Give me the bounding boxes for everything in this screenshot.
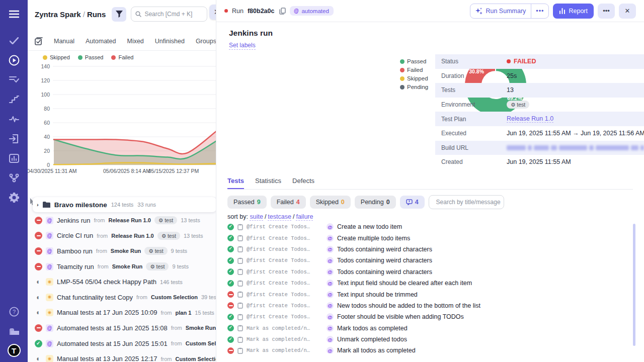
sort-link-testcase[interactable]: testcase — [268, 213, 291, 221]
projects-icon[interactable] — [7, 324, 21, 338]
tab-mixed[interactable]: Mixed — [127, 38, 143, 45]
menu-icon[interactable] — [7, 7, 21, 21]
run-detail-table: StatusFAILEDDuration25sTests13Environmen… — [435, 54, 644, 169]
detail-value: Jun 19, 2025 11:55 AM → Jun 19, 2025 11:… — [507, 130, 644, 137]
detail-value: Release Run 1.0 — [507, 115, 553, 123]
test-row[interactable]: @first Create Todos…@Text input field sh… — [227, 278, 635, 289]
run-row[interactable]: ◐✳LMP-554 05/04 check Happy Path146 test… — [33, 274, 216, 290]
milestone-row[interactable]: › Bravo milestone 124 tests 33 runs — [33, 197, 216, 212]
list-check-icon[interactable] — [7, 73, 21, 87]
env-badge[interactable]: ⚙ test — [507, 101, 529, 109]
pill-passed[interactable]: Passed9 — [227, 196, 267, 209]
env-badge[interactable]: ⚙ test — [157, 232, 180, 240]
runs-rows: @Jenkins runfromRelease Run 1.0⚙ test13 … — [33, 213, 216, 362]
run-row[interactable]: ◐✳Manual tests at 13 Jun 2025 12:17fromC… — [33, 351, 216, 362]
tab-unfinished[interactable]: Unfinished — [155, 38, 185, 45]
run-row[interactable]: @Automated tests at 15 Jun 2025 15:08fro… — [33, 320, 216, 336]
env-badge[interactable]: ⚙ test — [146, 262, 169, 270]
run-row[interactable]: @Teamcity runfromSmoke Run⚙ test9 tests — [33, 259, 216, 275]
automated-icon: @ — [327, 347, 334, 354]
sort-link-suite[interactable]: suite — [250, 213, 263, 221]
tab-defects[interactable]: Defects — [292, 177, 314, 189]
panel-close-button[interactable]: ✕ — [209, 5, 216, 20]
runs-history-chart: 02040608010012014004/30/2025 11:31 AM05/… — [28, 62, 216, 177]
pill-count: 9 — [257, 199, 261, 206]
project-name[interactable]: Zyntra Spark — [35, 10, 81, 19]
test-row[interactable]: @first Create Todos…@New todos should be… — [227, 300, 635, 311]
search-input[interactable]: Search [Cmd + K] — [131, 7, 207, 22]
steps-icon[interactable] — [7, 93, 21, 107]
pulse-icon[interactable] — [7, 112, 21, 126]
automated-icon: @ — [327, 235, 334, 242]
svg-text:05/15/2025 12:37 PM: 05/15/2025 12:37 PM — [148, 168, 199, 174]
svg-text:60: 60 — [44, 120, 50, 126]
play-circle-icon[interactable] — [7, 53, 21, 67]
run-row[interactable]: ◐✳Chat functinality test CopyfromCustom … — [33, 290, 216, 305]
sort-separator: / — [263, 213, 268, 220]
test-row[interactable]: Mark as completed/n…@Mark todos as compl… — [227, 323, 635, 334]
test-row[interactable]: Mark as completed/n…@Unmark completed to… — [227, 334, 635, 345]
pill-comments[interactable]: 4 — [400, 196, 425, 209]
test-row[interactable]: @first Create Todos…@Create multiple tod… — [227, 232, 635, 243]
logo-t-icon[interactable]: T — [8, 344, 21, 357]
pill-failed[interactable]: Failed4 — [271, 196, 306, 209]
run-summary-button[interactable]: Run Summary ••• — [470, 4, 549, 19]
tab-automated[interactable]: Automated — [86, 38, 116, 45]
test-row[interactable]: @first Create Todos…@Create a new todo i… — [227, 221, 635, 232]
test-row[interactable]: @first Create Todos…@Footer should be vi… — [227, 311, 635, 322]
report-button[interactable]: Report — [553, 4, 594, 19]
test-row[interactable]: @first Create Todos…@Todos containing we… — [227, 255, 635, 266]
set-labels-link[interactable]: Set labels — [229, 42, 256, 50]
clipboard-icon — [237, 246, 243, 252]
tab-groups[interactable]: Groups — [196, 38, 216, 45]
test-row[interactable]: Mark as completed/n…@Mark all todos as c… — [227, 345, 635, 356]
legend-label: Failed — [118, 54, 133, 60]
help-icon[interactable]: ? — [7, 305, 21, 319]
run-row[interactable]: @Jenkins runfromRelease Run 1.0⚙ test13 … — [33, 213, 216, 228]
more-options-button[interactable]: ••• — [598, 4, 615, 19]
pill-skipped[interactable]: Skipped0 — [310, 196, 351, 209]
tab-tests[interactable]: Tests — [227, 177, 244, 189]
test-suite-name: Mark as completed/n… — [247, 325, 323, 331]
test-title: Text input should be trimmed — [337, 291, 418, 298]
analytics-icon[interactable] — [7, 151, 21, 165]
gear-icon[interactable] — [7, 191, 21, 205]
chevron-right-icon[interactable]: › — [37, 202, 39, 208]
pill-label: Passed — [233, 199, 255, 206]
import-icon[interactable] — [7, 132, 21, 146]
tests-search-input[interactable]: Search by title/message — [429, 195, 504, 209]
run-name: Chat functinality test Copy — [57, 294, 133, 301]
test-row[interactable]: @first Create Todos…@Todos containing we… — [227, 266, 635, 278]
check-icon[interactable] — [7, 34, 21, 48]
run-from-plan: Release Run 1.0 — [111, 233, 153, 239]
run-row[interactable]: ◐✳Manual tests at 17 Jun 2025 10:09fromp… — [33, 305, 216, 321]
select-all-icon[interactable] — [35, 37, 43, 45]
branch-icon[interactable] — [7, 171, 21, 185]
copy-icon[interactable] — [279, 8, 286, 15]
tab-manual[interactable]: Manual — [54, 38, 74, 45]
run-row[interactable]: @Circle CI runfromRelease Run 1.0⚙ test1… — [33, 228, 216, 244]
redacted-block — [507, 145, 526, 150]
test-plan-link[interactable]: Release Run 1.0 — [507, 115, 553, 123]
automated-run-icon: @ — [46, 324, 53, 332]
redacted-block — [534, 145, 549, 150]
automated-icon: @ — [327, 302, 334, 309]
automated-badge[interactable]: @automated — [290, 6, 333, 16]
filter-button[interactable] — [112, 7, 126, 22]
run-summary-more-button[interactable]: ••• — [531, 4, 548, 18]
pill-count: 0 — [341, 199, 345, 206]
test-title: Footer should be visible when adding TOD… — [337, 313, 464, 320]
run-from-label: from — [171, 325, 182, 331]
test-row[interactable]: @first Create Todos…@Text input should b… — [227, 289, 635, 300]
env-badge[interactable]: ⚙ test — [144, 247, 167, 255]
run-row[interactable]: @Bamboo runfromSmoke Run⚙ test9 tests — [33, 243, 216, 259]
env-badge[interactable]: ⚙ test — [154, 216, 177, 224]
run-row[interactable]: @Automated tests at 15 Jun 2025 15:01fro… — [33, 336, 216, 351]
tab-statistics[interactable]: Statistics — [255, 177, 281, 189]
automated-icon: @ — [327, 257, 334, 264]
sort-link-failure[interactable]: failure — [296, 213, 313, 221]
tests-scrollbar[interactable] — [633, 224, 635, 346]
close-detail-button[interactable]: ✕ — [619, 4, 636, 19]
pill-pending[interactable]: Pending0 — [355, 196, 396, 209]
test-row[interactable]: @first Create Todos…@Todos containing we… — [227, 244, 635, 255]
